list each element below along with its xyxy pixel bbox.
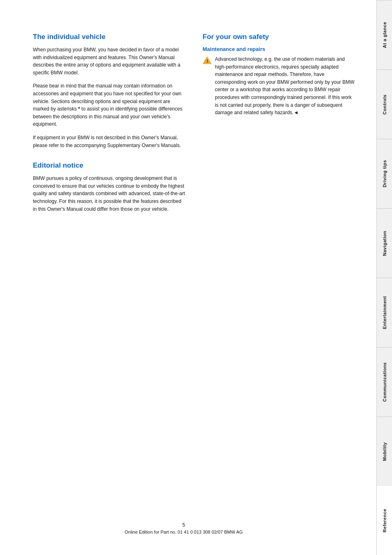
right-column: For your own safety Maintenance and repa…: [203, 33, 356, 219]
safety-title: For your own safety: [203, 33, 356, 41]
individual-vehicle-para-2: Please bear in mind that the manual may …: [33, 82, 186, 128]
sidebar-tab-driving-tips[interactable]: Driving tips: [377, 139, 392, 208]
maintenance-repairs-title: Maintenance and repairs: [203, 46, 356, 52]
individual-vehicle-title: The individual vehicle: [33, 33, 186, 41]
page-number: 5: [182, 522, 185, 528]
warning-triangle-icon: !: [203, 56, 212, 65]
svg-text:!: !: [207, 59, 208, 64]
editorial-section: Editorial notice BMW pursues a policy of…: [33, 161, 186, 213]
sidebar-tab-navigation[interactable]: Navigation: [377, 208, 392, 278]
sidebar: At a glance Controls Driving tips Naviga…: [376, 0, 392, 555]
footer-text: Online Edition for Part no. 01 41 0 013 …: [125, 530, 242, 534]
page-container: The individual vehicle When purchasing y…: [0, 0, 392, 555]
sidebar-tab-communications[interactable]: Communications: [377, 347, 392, 417]
sidebar-tab-controls[interactable]: Controls: [377, 69, 392, 139]
editorial-notice-title: Editorial notice: [33, 161, 186, 170]
warning-main-text: Advanced technology, e.g. the use of mod…: [215, 56, 354, 115]
editorial-notice-para: BMW pursues a policy of continuous, ongo…: [33, 175, 186, 213]
sidebar-tab-entertainment[interactable]: Entertainment: [377, 278, 392, 347]
end-marker: ◄: [293, 110, 298, 115]
sidebar-tab-mobility[interactable]: Mobility: [377, 417, 392, 486]
main-content: The individual vehicle When purchasing y…: [0, 0, 376, 555]
individual-vehicle-para-1: When purchasing your BMW, you have decid…: [33, 46, 186, 76]
warning-body-text: Advanced technology, e.g. the use of mod…: [215, 55, 356, 117]
two-column-layout: The individual vehicle When purchasing y…: [33, 33, 356, 219]
individual-vehicle-para-3: If equipment in your BMW is not describe…: [33, 134, 186, 149]
page-footer: 5 Online Edition for Part no. 01 41 0 01…: [0, 522, 367, 534]
sidebar-tab-at-a-glance[interactable]: At a glance: [377, 0, 392, 69]
asterisk-symbol: *: [78, 106, 80, 112]
warning-block: ! Advanced technology, e.g. the use of m…: [203, 55, 356, 117]
sidebar-tab-reference[interactable]: Reference: [377, 486, 392, 555]
left-column: The individual vehicle When purchasing y…: [33, 33, 186, 219]
